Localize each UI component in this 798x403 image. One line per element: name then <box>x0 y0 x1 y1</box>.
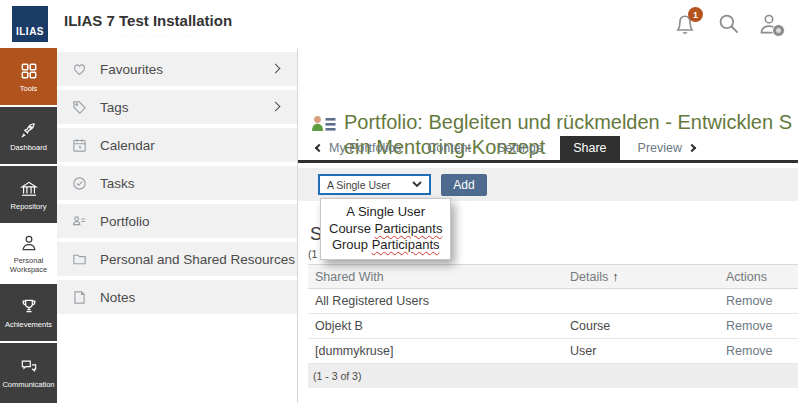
col-actions: Actions <box>726 270 798 284</box>
remove-link[interactable]: Remove <box>726 319 798 333</box>
sidebar-item-label: Personal and Shared Resources <box>100 252 295 267</box>
search-icon <box>716 11 742 37</box>
trophy-icon <box>19 297 39 317</box>
spellcheck-underline: Participants <box>375 221 443 236</box>
tab-label: My Portfolios <box>329 141 401 155</box>
ilias-logo[interactable]: ILIAS <box>12 6 48 42</box>
tab-settings[interactable]: Settings <box>497 136 542 160</box>
check-circle-icon <box>71 175 88 192</box>
sidebar-item-label: Tasks <box>100 176 135 191</box>
cell-shared-with: All Registered Users <box>315 294 570 308</box>
table-row: [dummykruse] User Remove <box>308 339 798 364</box>
sidebar-item-tasks[interactable]: Tasks <box>57 166 297 200</box>
bank-icon <box>19 179 39 199</box>
sidebar-item-tags[interactable]: Tags <box>57 90 297 124</box>
table-row: All Registered Users Remove <box>308 289 798 314</box>
table-row: Objekt B Course Remove <box>308 314 798 339</box>
remove-link[interactable]: Remove <box>726 294 798 308</box>
tab-label: Content <box>427 141 471 155</box>
cell-details: User <box>570 344 726 358</box>
share-type-select[interactable]: A Single User <box>318 174 431 195</box>
col-details[interactable]: Details↑ <box>570 270 726 284</box>
notification-badge: 1 <box>688 7 703 22</box>
rail-item-label: Repository <box>9 202 49 211</box>
rail-item-label: Dashboard <box>8 143 49 152</box>
user-avatar-badge <box>772 24 785 37</box>
heart-icon <box>71 61 88 78</box>
tab-forward-preview[interactable]: Preview <box>638 136 695 160</box>
rail-item-personal-workspace[interactable]: Personal Workspace <box>0 225 57 282</box>
option-group-participants[interactable]: Group Participants <box>329 237 442 254</box>
tab-label: Preview <box>638 141 682 155</box>
chevron-right-icon <box>271 64 281 74</box>
rail-item-dashboard[interactable]: Dashboard <box>0 107 57 164</box>
sidebar-item-notes[interactable]: Notes <box>57 280 297 314</box>
sidebar-item-label: Notes <box>100 290 135 305</box>
tab-label: Settings <box>497 141 542 155</box>
rail-item-repository[interactable]: Repository <box>0 166 57 223</box>
tag-icon <box>71 99 88 116</box>
share-type-dropdown: A Single User Course Participants Group … <box>320 198 451 260</box>
person-icon <box>19 233 39 253</box>
sidebar-item-favourites[interactable]: Favourites <box>57 52 297 86</box>
remove-link[interactable]: Remove <box>726 344 798 358</box>
portfolio-icon <box>71 213 88 230</box>
table-pagination-footer: (1 - 3 of 3) <box>308 364 798 388</box>
portfolio-object-icon <box>310 114 338 138</box>
cell-shared-with: Objekt B <box>315 319 570 333</box>
option-a-single-user[interactable]: A Single User <box>329 204 442 221</box>
personal-workspace-slate: Favourites Tags Calendar Tasks <box>57 48 298 403</box>
grid-icon <box>19 61 39 81</box>
chevron-down-icon <box>412 181 422 188</box>
folder-icon <box>71 251 88 268</box>
tab-content[interactable]: Content <box>427 136 471 160</box>
rail-item-label: Tools <box>18 84 40 93</box>
tab-share[interactable]: Share <box>560 136 619 160</box>
tab-bar: My Portfolios Content Settings Share Pre… <box>298 136 798 163</box>
cell-details: Course <box>570 319 726 333</box>
sidebar-item-label: Calendar <box>100 138 155 153</box>
sort-ascending-icon: ↑ <box>612 270 618 284</box>
rail-item-label: Personal Workspace <box>0 256 57 274</box>
sidebar-item-calendar[interactable]: Calendar <box>57 128 297 162</box>
rail-item-achievements[interactable]: Achievements <box>0 284 57 341</box>
chevron-left-icon <box>315 144 323 152</box>
unreadable-text: ·· ···· ···· ·· ··· <box>122 33 197 39</box>
sidebar-item-portfolio[interactable]: Portfolio <box>57 204 297 238</box>
col-shared-with: Shared With <box>315 270 570 284</box>
ilias-screen: ILIAS ILIAS 7 Test Installation ·· ···· … <box>0 0 798 403</box>
table-header-row: Shared With Details↑ Actions <box>308 264 798 289</box>
rail-item-tools[interactable]: Tools <box>0 48 57 105</box>
page-title-line1: Portfolio: Begleiten und rückmelden - En… <box>344 110 792 135</box>
rail-item-label: Communication <box>0 380 56 389</box>
select-value: A Single User <box>327 179 391 191</box>
sidebar-item-personal-shared-resources[interactable]: Personal and Shared Resources <box>57 242 297 276</box>
rail-item-label: Achievements <box>3 320 54 329</box>
main-content: Portfolio: Begleiten und rückmelden - En… <box>298 48 798 403</box>
sidebar-item-label: Favourites <box>100 62 163 77</box>
share-toolbar: A Single User Add <box>298 168 798 201</box>
main-menu-rail: Tools Dashboard Repository Personal Work… <box>0 48 57 403</box>
rail-item-communication[interactable]: Communication <box>0 343 57 403</box>
tab-back-my-portfolios[interactable]: My Portfolios <box>316 136 401 160</box>
chevron-right-icon <box>271 102 281 112</box>
sidebar-item-label: Portfolio <box>100 214 150 229</box>
tab-label: Share <box>573 141 606 155</box>
share-table: Shared With Details↑ Actions All Registe… <box>308 264 798 364</box>
option-course-participants[interactable]: Course Participants <box>329 221 442 238</box>
note-icon <box>71 289 88 306</box>
calendar-icon <box>71 137 88 154</box>
app-title: ILIAS 7 Test Installation <box>64 12 232 29</box>
add-button[interactable]: Add <box>441 174 487 196</box>
top-header: ILIAS ILIAS 7 Test Installation ·· ···· … <box>0 0 798 48</box>
rocket-icon <box>19 120 39 140</box>
spellcheck-underline: Participants <box>372 237 440 252</box>
cell-shared-with: [dummykruse] <box>315 344 570 358</box>
chevron-right-icon <box>688 144 696 152</box>
search-button[interactable] <box>716 11 742 37</box>
sidebar-item-label: Tags <box>100 100 129 115</box>
chat-icon <box>19 357 39 377</box>
